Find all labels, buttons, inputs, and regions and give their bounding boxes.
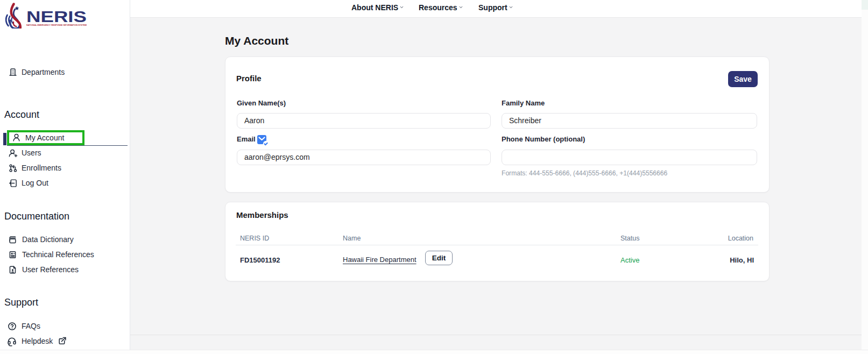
svg-text:NERIS: NERIS — [26, 8, 87, 25]
svg-text:NATIONAL EMERGENCY RESPONSE IN: NATIONAL EMERGENCY RESPONSE INFORMATION … — [26, 24, 87, 26]
